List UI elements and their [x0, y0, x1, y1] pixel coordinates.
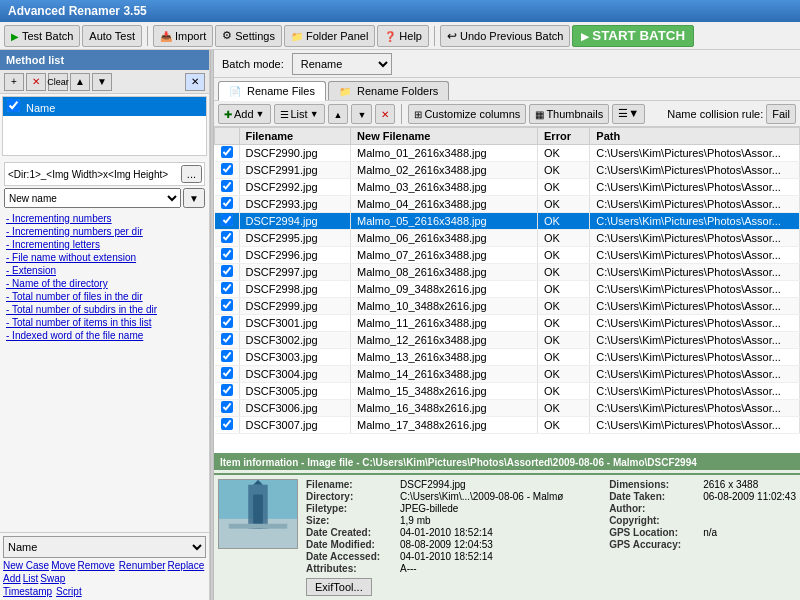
action-replace[interactable]: Replace: [168, 560, 205, 571]
table-row[interactable]: DSCF3003.jpg Malmo_13_2616x3488.jpg OK C…: [215, 349, 800, 366]
table-row[interactable]: DSCF2999.jpg Malmo_10_3488x2616.jpg OK C…: [215, 298, 800, 315]
method-down-button[interactable]: ▼: [92, 73, 112, 91]
help-button[interactable]: Help: [377, 25, 429, 47]
thumbnails-button[interactable]: Thumbnails: [529, 104, 609, 124]
action-swap[interactable]: Swap: [40, 573, 65, 584]
action-renumber[interactable]: Renumber: [119, 560, 166, 571]
action-list[interactable]: List: [23, 573, 39, 584]
cell-path: C:\Users\Kim\Pictures\Photos\Assor...: [590, 417, 800, 434]
cell-error: OK: [538, 417, 590, 434]
col-path[interactable]: Path: [590, 128, 800, 145]
help-link-indexed-word[interactable]: - Indexed word of the file name: [6, 329, 203, 342]
table-row[interactable]: DSCF2998.jpg Malmo_09_3488x2616.jpg OK C…: [215, 281, 800, 298]
method-delete-button[interactable]: ✕: [26, 73, 46, 91]
undo-batch-button[interactable]: Undo Previous Batch: [440, 25, 570, 47]
method-up-button[interactable]: ▲: [70, 73, 90, 91]
help-links-list: - Incrementing numbers - Incrementing nu…: [2, 210, 207, 344]
table-row[interactable]: DSCF2993.jpg Malmo_04_2616x3488.jpg OK C…: [215, 196, 800, 213]
table-row[interactable]: DSCF2992.jpg Malmo_03_2616x3488.jpg OK C…: [215, 179, 800, 196]
help-link-incrementing-numbers[interactable]: - Incrementing numbers: [6, 212, 203, 225]
method-close-button[interactable]: ✕: [185, 73, 205, 91]
table-row[interactable]: DSCF3002.jpg Malmo_12_2616x3488.jpg OK C…: [215, 332, 800, 349]
remove-files-button[interactable]: [375, 104, 395, 124]
exif-tool-button[interactable]: ExifTool...: [306, 578, 372, 596]
file-table-container[interactable]: Filename New Filename Error Path DSCF299…: [214, 127, 800, 453]
collision-rule-area: Name collision rule: Fail: [667, 104, 796, 124]
table-row[interactable]: DSCF3005.jpg Malmo_15_3488x2616.jpg OK C…: [215, 383, 800, 400]
import-button[interactable]: Import: [153, 25, 213, 47]
help-link-incrementing-per-dir[interactable]: - Incrementing numbers per dir: [6, 225, 203, 238]
info-right: Dimensions: 2616 x 3488 Date Taken: 06-0…: [609, 479, 796, 596]
method-type-select[interactable]: Name New Case Move Remove Renumber Repla…: [3, 536, 206, 558]
tab-rename-folders[interactable]: Rename Folders: [328, 81, 449, 100]
customize-icon: [414, 108, 422, 120]
table-row[interactable]: DSCF2996.jpg Malmo_07_2616x3488.jpg OK C…: [215, 247, 800, 264]
action-script[interactable]: Script: [56, 586, 82, 597]
tab-rename-files[interactable]: Rename Files: [218, 81, 326, 101]
move-down-button[interactable]: [351, 104, 372, 124]
cell-error: OK: [538, 281, 590, 298]
help-link-incrementing-letters[interactable]: - Incrementing letters: [6, 238, 203, 251]
help-link-extension[interactable]: - Extension: [6, 264, 203, 277]
more-options-button[interactable]: ☰▼: [612, 104, 645, 124]
cell-path: C:\Users\Kim\Pictures\Photos\Assor...: [590, 264, 800, 281]
method-item-name[interactable]: Name: [3, 97, 206, 116]
app-title: Advanced Renamer 3.55: [8, 4, 147, 18]
settings-button[interactable]: Settings: [215, 25, 282, 47]
cell-new-filename: Malmo_02_2616x3488.jpg: [351, 162, 538, 179]
help-link-total-items[interactable]: - Total number of items in this list: [6, 316, 203, 329]
info-details: Filename: DSCF2994.jpg Directory: C:\Use…: [306, 479, 601, 574]
cell-new-filename: Malmo_16_3488x2616.jpg: [351, 400, 538, 417]
test-batch-button[interactable]: Test Batch: [4, 25, 80, 47]
start-batch-button[interactable]: START BATCH: [572, 25, 694, 47]
config-input[interactable]: [7, 168, 179, 181]
config-expand-button[interactable]: ▼: [183, 188, 205, 208]
info-content: Filename: DSCF2994.jpg Directory: C:\Use…: [306, 479, 601, 596]
help-link-dir-name[interactable]: - Name of the directory: [6, 277, 203, 290]
help-link-total-subdirs[interactable]: - Total number of subdirs in the dir: [6, 303, 203, 316]
main-area: Method list + ✕ Clear ▲ ▼ ✕ Name ... New…: [0, 50, 800, 600]
cell-filename: DSCF2997.jpg: [239, 264, 351, 281]
method-add-button[interactable]: +: [4, 73, 24, 91]
col-new-filename[interactable]: New Filename: [351, 128, 538, 145]
table-row[interactable]: DSCF2990.jpg Malmo_01_2616x3488.jpg OK C…: [215, 145, 800, 162]
add-files-button[interactable]: Add ▼: [218, 104, 271, 124]
cell-path: C:\Users\Kim\Pictures\Photos\Assor...: [590, 298, 800, 315]
col-filename[interactable]: Filename: [239, 128, 351, 145]
auto-test-button[interactable]: Auto Test: [82, 25, 142, 47]
table-row[interactable]: DSCF2994.jpg Malmo_05_2616x3488.jpg OK C…: [215, 213, 800, 230]
action-add[interactable]: Add: [3, 573, 21, 584]
col-error[interactable]: Error: [538, 128, 590, 145]
table-row[interactable]: DSCF2995.jpg Malmo_06_2616x3488.jpg OK C…: [215, 230, 800, 247]
table-row[interactable]: DSCF3007.jpg Malmo_17_3488x2616.jpg OK C…: [215, 417, 800, 434]
config-browse-button[interactable]: ...: [181, 165, 202, 183]
action-move[interactable]: Move: [51, 560, 75, 571]
cell-new-filename: Malmo_06_2616x3488.jpg: [351, 230, 538, 247]
rename-folders-icon: [339, 85, 351, 97]
action-remove[interactable]: Remove: [78, 560, 115, 571]
cell-new-filename: Malmo_09_3488x2616.jpg: [351, 281, 538, 298]
method-bottom: Name New Case Move Remove Renumber Repla…: [0, 532, 209, 600]
table-row[interactable]: DSCF3006.jpg Malmo_16_3488x2616.jpg OK C…: [215, 400, 800, 417]
batch-mode-select[interactable]: Rename Copy Move: [292, 53, 392, 75]
table-row[interactable]: DSCF3001.jpg Malmo_11_2616x3488.jpg OK C…: [215, 315, 800, 332]
move-up-button[interactable]: [328, 104, 349, 124]
action-new-case[interactable]: New Case: [3, 560, 49, 571]
cell-filename: DSCF2992.jpg: [239, 179, 351, 196]
cell-error: OK: [538, 162, 590, 179]
table-row[interactable]: DSCF2997.jpg Malmo_08_2616x3488.jpg OK C…: [215, 264, 800, 281]
info-dimensions: Dimensions: 2616 x 3488 Date Taken: 06-0…: [609, 479, 796, 550]
config-type-select[interactable]: New name: [4, 188, 181, 208]
table-row[interactable]: DSCF2991.jpg Malmo_02_2616x3488.jpg OK C…: [215, 162, 800, 179]
cell-error: OK: [538, 247, 590, 264]
table-row[interactable]: DSCF3004.jpg Malmo_14_2616x3488.jpg OK C…: [215, 366, 800, 383]
help-link-name-no-ext[interactable]: - File name without extension: [6, 251, 203, 264]
method-clear-button[interactable]: Clear: [48, 73, 68, 91]
collision-value-button[interactable]: Fail: [766, 104, 796, 124]
help-link-total-files[interactable]: - Total number of files in the dir: [6, 290, 203, 303]
cell-new-filename: Malmo_05_2616x3488.jpg: [351, 213, 538, 230]
list-button[interactable]: List ▼: [274, 104, 325, 124]
action-timestamp[interactable]: Timestamp: [3, 586, 52, 597]
folder-panel-button[interactable]: Folder Panel: [284, 25, 375, 47]
customize-columns-button[interactable]: Customize columns: [408, 104, 526, 124]
